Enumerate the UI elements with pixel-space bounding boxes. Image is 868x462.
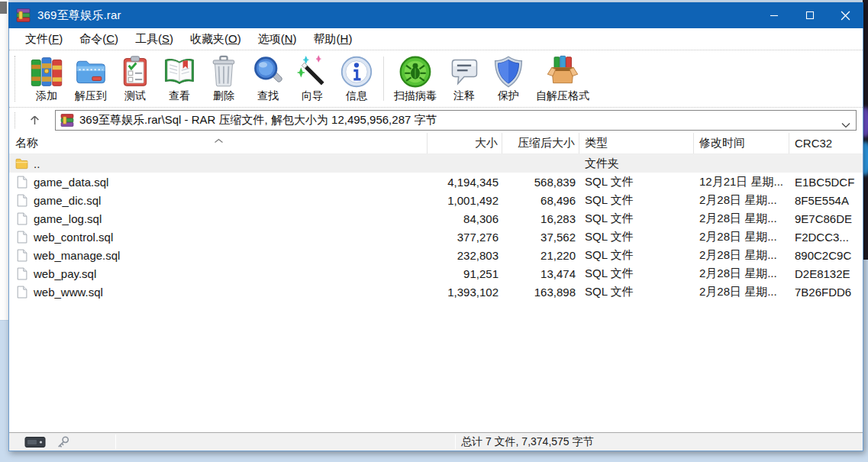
file-modified	[694, 154, 789, 173]
file-modified: 2月28日 星期...	[694, 246, 789, 264]
menu-item-help[interactable]: 帮助(H)	[305, 30, 361, 49]
scan-virus-icon	[399, 55, 432, 89]
file-row-web_manage-sql[interactable]: web_manage.sql232,80321,220SQL 文件2月28日 星…	[9, 246, 863, 264]
column-header-packed[interactable]: 压缩后大小	[502, 133, 579, 153]
sfx-button[interactable]: 自解压格式	[531, 53, 595, 105]
column-header-crc32[interactable]: CRC32	[789, 133, 863, 153]
file-crc32: F2DCC3...	[789, 228, 863, 246]
file-type: SQL 文件	[579, 173, 694, 191]
file-crc32: 8F5E554A	[789, 191, 863, 209]
file-type: SQL 文件	[579, 209, 694, 228]
comment-button[interactable]: 注释	[442, 53, 486, 105]
toolbar-button-label: 扫描病毒	[394, 89, 437, 103]
winrar-window: 369至尊娱乐.rar 文件(F)命令(C)工具(S)收藏夹(O)选项(N)帮助…	[8, 2, 863, 451]
file-row-parent-dir[interactable]: ..文件夹	[9, 154, 863, 173]
file-row-game_data-sql[interactable]: game_data.sql4,194,345568,839SQL 文件12月21…	[9, 173, 863, 191]
column-header-type[interactable]: 类型	[579, 133, 694, 153]
file-row-web_pay-sql[interactable]: web_pay.sql91,25113,474SQL 文件2月28日 星期...…	[9, 264, 863, 283]
file-name: web_manage.sql	[34, 249, 120, 262]
add-archive-icon	[30, 55, 63, 89]
test-button[interactable]: 测试	[113, 53, 157, 105]
desktop-wallpaper-strip	[863, 0, 868, 260]
menu-item-tools[interactable]: 工具(S)	[127, 30, 182, 49]
view-button[interactable]: 查看	[157, 53, 202, 105]
toolbar-button-label: 测试	[124, 89, 146, 103]
file-modified: 2月28日 星期...	[694, 264, 789, 283]
winrar-app-icon	[16, 8, 31, 22]
status-total: 总计 7 文件, 7,374,575 字节	[461, 435, 594, 449]
file-packed-size: 21,220	[502, 246, 579, 264]
file-type: 文件夹	[579, 154, 694, 173]
delete-icon	[207, 55, 240, 89]
address-combobox[interactable]: 369至尊娱乐.rar\Sql - RAR 压缩文件, 解包大小为 12,495…	[55, 110, 857, 131]
file-name: web_www.sql	[34, 286, 103, 299]
file-row-web_www-sql[interactable]: web_www.sql1,393,102163,898SQL 文件2月28日 星…	[9, 283, 863, 301]
extract-to-icon	[74, 55, 108, 89]
wizard-button[interactable]: 向导	[290, 53, 334, 105]
sort-ascending-icon	[214, 133, 224, 138]
toolbar-button-label: 向导	[302, 89, 323, 103]
file-crc32: 890C2C9C	[789, 246, 863, 264]
close-button[interactable]	[828, 2, 863, 28]
column-header-size[interactable]: 大小	[428, 133, 502, 153]
file-size: 91,251	[428, 264, 502, 283]
minimize-button[interactable]	[756, 2, 792, 28]
winrar-archive-icon	[60, 114, 74, 127]
menu-bar: 文件(F)命令(C)工具(S)收藏夹(O)选项(N)帮助(H)	[9, 28, 863, 50]
add-archive-button[interactable]: 添加	[24, 53, 69, 105]
comment-icon	[447, 55, 481, 89]
info-button[interactable]: 信息	[334, 53, 379, 105]
toolbar-button-label: 解压到	[75, 89, 107, 103]
protect-button[interactable]: 保护	[486, 53, 531, 105]
file-size: 377,276	[428, 228, 502, 246]
file-row-web_control-sql[interactable]: web_control.sql377,27637,562SQL 文件2月28日 …	[9, 228, 863, 246]
file-icon	[15, 212, 28, 225]
file-modified: 2月28日 星期...	[694, 191, 789, 209]
toolbar-button-label: 删除	[213, 89, 234, 103]
find-button[interactable]: 查找	[246, 53, 290, 105]
file-size: 84,306	[428, 209, 502, 228]
maximize-button[interactable]	[792, 2, 828, 28]
view-icon	[163, 55, 196, 89]
file-modified: 2月28日 星期...	[694, 228, 789, 246]
title-bar: 369至尊娱乐.rar	[8, 2, 863, 28]
file-packed-size	[502, 154, 579, 173]
sfx-icon	[546, 55, 579, 89]
menu-item-favorites[interactable]: 收藏夹(O)	[182, 30, 250, 49]
column-header-row: 名称 大小 压缩后大小 类型 修改时间 CRC32	[9, 133, 863, 154]
toolbar-button-label: 注释	[453, 89, 475, 103]
file-row-game_log-sql[interactable]: game_log.sql84,30616,283SQL 文件2月28日 星期..…	[9, 209, 863, 228]
file-packed-size: 68,496	[502, 191, 579, 209]
key-icon[interactable]	[56, 435, 71, 449]
column-header-modified[interactable]: 修改时间	[694, 133, 789, 153]
file-name: game_dic.sql	[34, 194, 101, 207]
statusbar-divider	[115, 435, 116, 449]
menu-item-file[interactable]: 文件(F)	[17, 30, 71, 49]
toolbar-button-label: 保护	[498, 89, 519, 103]
extract-to-button[interactable]: 解压到	[69, 53, 113, 105]
disk-icon[interactable]	[23, 435, 49, 449]
up-button[interactable]	[19, 110, 50, 131]
menu-item-options[interactable]: 选项(N)	[250, 30, 305, 49]
window-controls	[756, 2, 863, 28]
file-list: ..文件夹game_data.sql4,194,345568,839SQL 文件…	[9, 154, 863, 432]
menu-item-commands[interactable]: 命令(C)	[71, 30, 127, 49]
column-header-name[interactable]: 名称	[9, 133, 428, 153]
wizard-icon	[295, 55, 329, 89]
toolbar-separator	[383, 57, 384, 101]
toolbar-button-label: 信息	[346, 89, 367, 103]
protect-icon	[492, 55, 525, 89]
file-name: web_pay.sql	[34, 267, 96, 280]
file-icon	[15, 267, 28, 280]
file-name: ..	[34, 157, 40, 170]
file-crc32: D2E8132E	[789, 264, 863, 283]
delete-button[interactable]: 删除	[202, 53, 246, 105]
file-type: SQL 文件	[579, 228, 694, 246]
chevron-down-icon[interactable]	[841, 118, 850, 124]
window-title: 369至尊娱乐.rar	[37, 8, 121, 23]
toolbar-button-label: 自解压格式	[536, 89, 589, 103]
scan-virus-button[interactable]: 扫描病毒	[389, 53, 442, 105]
file-icon	[15, 231, 28, 244]
file-packed-size: 13,474	[502, 264, 579, 283]
file-row-game_dic-sql[interactable]: game_dic.sql1,001,49268,496SQL 文件2月28日 星…	[9, 191, 863, 209]
